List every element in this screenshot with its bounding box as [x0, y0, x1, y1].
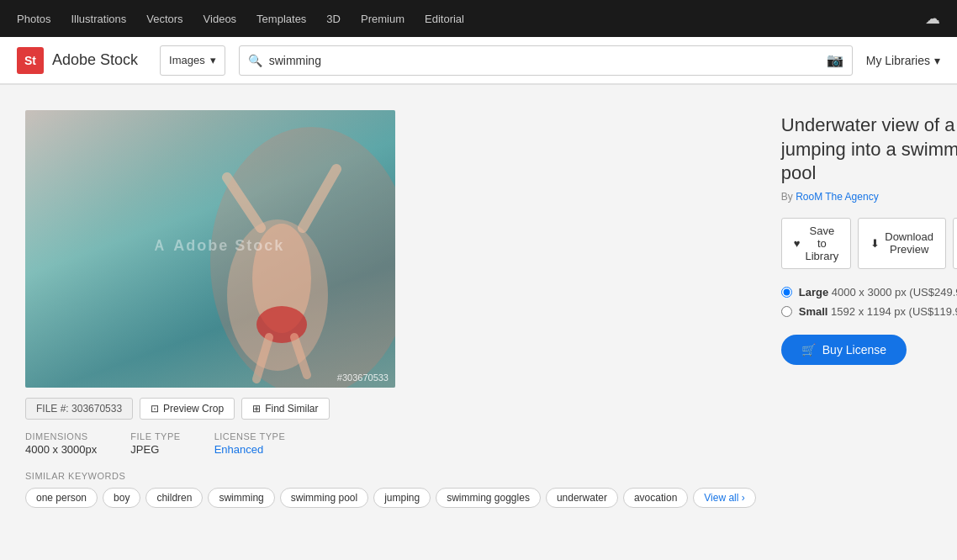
file-number-label: FILE #: — [36, 403, 69, 415]
similar-keywords-section: SIMILAR KEYWORDS one personboychildrensw… — [25, 471, 756, 508]
chevron-down-icon: ▾ — [934, 54, 940, 67]
asset-image: Ａ Adobe Stock #303670533 — [25, 110, 395, 388]
license-type-label: LICENSE TYPE — [214, 431, 286, 441]
svg-point-5 — [256, 306, 307, 343]
download-preview-button[interactable]: ⬇ Download Preview — [858, 218, 946, 269]
logo-name: Adobe Stock — [52, 51, 138, 69]
nav-vectors[interactable]: Vectors — [146, 13, 182, 25]
swimmer-svg — [25, 110, 395, 388]
nav-photos[interactable]: Photos — [17, 13, 50, 25]
camera-icon[interactable]: 📷 — [827, 52, 843, 68]
download-icon: ⬇ — [870, 237, 880, 250]
small-detail: 1592 x 1194 px (US$119.99) — [831, 305, 957, 318]
dimensions-group: DIMENSIONS 4000 x 3000px — [25, 431, 97, 456]
large-detail: 4000 x 3000 px (US$249.99) — [832, 286, 957, 298]
shopping-icon: 🛒 — [801, 343, 816, 357]
large-label: Large — [799, 286, 828, 298]
keyword-tag[interactable]: swimming goggles — [436, 488, 541, 508]
chevron-down-icon: ▾ — [210, 54, 216, 66]
image-panel: Ａ Adobe Stock #303670533 FILE #: 3036705… — [25, 110, 756, 544]
keyword-tag[interactable]: swimming — [208, 488, 274, 508]
nav-premium[interactable]: Premium — [361, 13, 404, 25]
size-option-large: Large 4000 x 3000 px (US$249.99) — [781, 286, 957, 298]
find-similar-label: Find Similar — [265, 403, 318, 415]
download-preview-label: Download Preview — [885, 230, 933, 256]
cloud-icon: ☁ — [925, 9, 940, 28]
logo-badge: St — [17, 47, 44, 74]
my-libraries-button[interactable]: My Libraries ▾ — [866, 54, 940, 67]
asset-author: By RooM The Agency — [781, 191, 957, 203]
file-number-value: 303670533 — [71, 403, 122, 415]
open-in-app-button[interactable]: ↗ Open in App — [953, 218, 957, 269]
author-link[interactable]: RooM The Agency — [796, 191, 879, 203]
logo-area: St Adobe Stock — [17, 47, 138, 74]
keyword-tag[interactable]: avocation — [623, 488, 688, 508]
nav-templates[interactable]: Templates — [256, 13, 306, 25]
top-navigation: Photos Illustrations Vectors Videos Temp… — [0, 0, 957, 37]
main-content: Ａ Adobe Stock #303670533 FILE #: 3036705… — [0, 85, 957, 560]
file-type-label: FILE TYPE — [130, 431, 180, 441]
buy-license-button[interactable]: 🛒 Buy License — [781, 335, 907, 365]
header: St Adobe Stock Images ▾ 🔍 📷 My Libraries… — [0, 37, 957, 84]
size-small-label[interactable]: Small 1592 x 1194 px (US$119.99) — [799, 305, 957, 318]
keyword-tag[interactable]: boy — [103, 488, 140, 508]
keyword-tag[interactable]: underwater — [546, 488, 618, 508]
top-nav-links: Photos Illustrations Vectors Videos Temp… — [17, 13, 464, 25]
preview-crop-label: Preview Crop — [163, 403, 224, 415]
keyword-tag[interactable]: swimming pool — [280, 488, 368, 508]
nav-illustrations[interactable]: Illustrations — [71, 13, 126, 25]
search-type-selector[interactable]: Images ▾ — [160, 45, 225, 76]
search-bar: 🔍 📷 — [239, 45, 853, 76]
similar-keywords-label: SIMILAR KEYWORDS — [25, 471, 756, 481]
license-type-group: LICENSE TYPE Enhanced — [214, 431, 286, 456]
search-icon: 🔍 — [248, 54, 262, 67]
size-large-label[interactable]: Large 4000 x 3000 px (US$249.99) — [799, 286, 957, 298]
save-to-library-button[interactable]: ♥ Save to Library — [781, 218, 851, 269]
size-option-small: Small 1592 x 1194 px (US$119.99) — [781, 305, 957, 318]
nav-editorial[interactable]: Editorial — [425, 13, 464, 25]
size-options: Large 4000 x 3000 px (US$249.99) Small 1… — [781, 286, 957, 318]
image-overlay-id: #303670533 — [337, 372, 389, 383]
search-input[interactable] — [269, 54, 820, 67]
keyword-tag[interactable]: jumping — [373, 488, 431, 508]
save-label: Save to Library — [806, 225, 839, 262]
dimensions-value: 4000 x 3000px — [25, 443, 97, 456]
main-action-buttons: ♥ Save to Library ⬇ Download Preview ↗ O… — [781, 218, 957, 269]
nav-videos[interactable]: Videos — [204, 13, 237, 25]
heart-icon: ♥ — [794, 237, 801, 250]
file-details: DIMENSIONS 4000 x 3000px FILE TYPE JPEG … — [25, 431, 756, 456]
preview-crop-button[interactable]: ⊡ Preview Crop — [140, 398, 235, 420]
nav-3d[interactable]: 3D — [326, 13, 341, 25]
file-actions: FILE #: 303670533 ⊡ Preview Crop ⊞ Find … — [25, 398, 756, 420]
similar-icon: ⊞ — [252, 403, 261, 415]
crop-icon: ⊡ — [151, 403, 159, 415]
file-number-badge: FILE #: 303670533 — [25, 398, 133, 420]
by-prefix: By — [781, 191, 793, 203]
size-large-radio[interactable] — [781, 287, 792, 298]
search-type-label: Images — [169, 54, 205, 66]
keyword-tag[interactable]: one person — [25, 488, 98, 508]
small-label: Small — [799, 305, 828, 318]
dimensions-label: DIMENSIONS — [25, 431, 97, 441]
license-type-value[interactable]: Enhanced — [214, 443, 286, 456]
keyword-tag[interactable]: children — [145, 488, 203, 508]
my-libraries-label: My Libraries — [866, 54, 930, 67]
size-small-radio[interactable] — [781, 306, 792, 317]
find-similar-button[interactable]: ⊞ Find Similar — [241, 398, 329, 420]
view-all-keywords-button[interactable]: View all › — [693, 488, 755, 508]
info-panel: Underwater view of a boy jumping into a … — [781, 110, 957, 544]
file-type-value: JPEG — [130, 443, 180, 456]
file-type-group: FILE TYPE JPEG — [130, 431, 180, 456]
asset-title: Underwater view of a boy jumping into a … — [781, 114, 957, 186]
buy-label: Buy License — [822, 343, 886, 357]
keyword-tags: one personboychildrenswimmingswimming po… — [25, 488, 756, 508]
